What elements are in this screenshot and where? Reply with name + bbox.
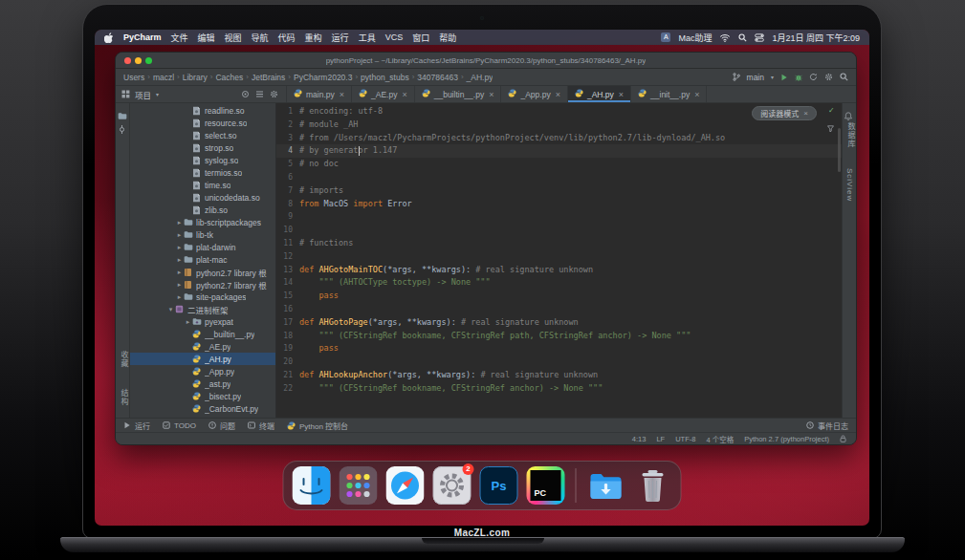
menu-item-8[interactable]: 工具	[359, 32, 376, 44]
dock-downloads-icon[interactable]	[587, 466, 625, 505]
code-line[interactable]: 9	[276, 210, 842, 224]
right-tool-tab-0[interactable]: 数据库	[845, 122, 856, 148]
breadcrumb-item-5[interactable]: PyCharm2020.3	[294, 73, 352, 82]
editor-tab-4[interactable]: _AH.py×	[568, 86, 631, 102]
code-line[interactable]: 20	[276, 355, 842, 369]
project-view-icon[interactable]	[121, 90, 130, 98]
chevron-closed-icon[interactable]: ▸	[175, 228, 184, 241]
branch-name[interactable]: main	[747, 73, 764, 82]
editor-tab-3[interactable]: _App.py×	[501, 86, 567, 102]
tree-item[interactable]: ▸plat-mac	[130, 253, 275, 266]
tool-window-button-3[interactable]: 终端	[248, 420, 274, 431]
chevron-closed-icon[interactable]: ▸	[175, 278, 184, 291]
breadcrumb-item-4[interactable]: JetBrains	[252, 73, 285, 82]
breadcrumb-item-3[interactable]: Caches	[215, 73, 243, 82]
tree-item[interactable]: ▾二进制框架	[130, 303, 275, 315]
run-button[interactable]	[780, 74, 788, 81]
menu-item-5[interactable]: 代码	[278, 32, 296, 44]
code-line[interactable]: 10	[276, 224, 842, 237]
menu-item-2[interactable]: 编辑	[198, 32, 215, 44]
close-button[interactable]	[124, 57, 131, 64]
menu-item-11[interactable]: 帮助	[439, 32, 456, 44]
tree-item[interactable]: readline.so	[130, 104, 275, 117]
chevron-down-icon[interactable]: ▾	[156, 91, 159, 97]
collapse-all-icon[interactable]	[255, 90, 264, 98]
left-tool-tab-1[interactable]: 收藏	[119, 351, 129, 368]
chevron-closed-icon[interactable]: ▸	[175, 253, 184, 266]
code-line[interactable]: 15 pass	[276, 290, 842, 303]
tab-close-icon[interactable]: ×	[340, 90, 344, 99]
tree-item[interactable]: ▸lib-tk	[130, 228, 275, 241]
dock-photoshop-icon[interactable]: Ps	[480, 466, 518, 505]
menu-item-9[interactable]: VCS	[385, 32, 404, 42]
dock-pycharm-icon[interactable]: PC	[527, 466, 565, 505]
window-title-bar[interactable]: pythonProject – ~/Library/Caches/JetBrai…	[116, 53, 856, 69]
tree-item[interactable]: time.so	[130, 179, 275, 191]
editor-tab-0[interactable]: main.py×	[287, 86, 352, 102]
breadcrumb-item-1[interactable]: maczl	[153, 73, 174, 82]
code-editor[interactable]: 1# encoding: utf-82# module _AH3# from /…	[276, 103, 842, 418]
code-line[interactable]: 6	[276, 171, 842, 184]
tab-close-icon[interactable]: ×	[694, 90, 699, 99]
breadcrumb-item-0[interactable]: Users	[123, 73, 144, 82]
chevron-closed-icon[interactable]: ▸	[184, 315, 192, 328]
rerun-icon[interactable]	[809, 73, 818, 81]
tool-window-button-0[interactable]: 运行	[123, 420, 150, 431]
chevron-open-icon[interactable]: ▾	[166, 303, 175, 315]
menu-item-0[interactable]: PyCharm	[123, 32, 162, 42]
tree-item[interactable]: ▸plat-darwin	[130, 241, 275, 253]
code-line[interactable]: 16	[276, 303, 842, 316]
indent-style[interactable]: 4 个空格	[706, 434, 734, 444]
caret-position[interactable]: 4:13	[632, 435, 647, 443]
menu-item-6[interactable]: 重构	[305, 32, 322, 44]
control-center-icon[interactable]	[755, 33, 764, 42]
tool-window-button-4[interactable]: Python 控制台	[287, 420, 348, 431]
tool-options-gear-icon[interactable]	[270, 90, 278, 98]
chevron-closed-icon[interactable]: ▸	[175, 241, 184, 253]
tree-item[interactable]: _App.py	[130, 365, 275, 377]
code-line[interactable]: 17def AHGotoPage(*args, **kwargs): # rea…	[276, 316, 842, 330]
code-line[interactable]: 8from MacOS import Error	[276, 198, 842, 211]
tree-item[interactable]: syslog.so	[130, 154, 275, 166]
code-line[interactable]: 11# functions	[276, 237, 842, 250]
debug-button[interactable]	[795, 74, 802, 81]
tree-item[interactable]: ▸python2.7 library 根	[130, 266, 275, 278]
tree-item[interactable]: unicodedata.so	[130, 191, 275, 204]
chevron-closed-icon[interactable]: ▸	[175, 291, 184, 303]
chevron-closed-icon[interactable]: ▸	[175, 266, 184, 278]
dock-safari-icon[interactable]	[386, 466, 425, 505]
editor-scrollbar[interactable]	[838, 128, 841, 172]
notifications-icon[interactable]	[844, 107, 854, 117]
tree-item[interactable]: __builtin__.py	[130, 328, 275, 340]
tree-item[interactable]: _ast.py	[130, 377, 275, 390]
apple-menu-icon[interactable]	[104, 32, 114, 43]
code-line[interactable]: 7# imports	[276, 184, 842, 198]
zoom-button[interactable]	[145, 57, 152, 64]
tree-item[interactable]: ▸site-packages	[130, 291, 275, 303]
tree-item[interactable]: zlib.so	[130, 204, 275, 216]
dock-trash-icon[interactable]	[634, 466, 672, 505]
right-tool-tab-1[interactable]: SciView	[845, 168, 854, 202]
event-log-button[interactable]: 事件日志	[806, 420, 848, 431]
dock-launchpad-icon[interactable]	[340, 466, 378, 505]
left-tool-tab-0[interactable]: 结构	[119, 389, 129, 406]
tool-window-button-2[interactable]: 问题	[208, 420, 235, 431]
dock-finder-icon[interactable]	[293, 466, 331, 505]
search-everywhere-icon[interactable]	[840, 73, 848, 81]
locate-file-icon[interactable]	[241, 90, 250, 98]
code-line[interactable]: 18 """ (CFStringRef bookname, CFStringRe…	[276, 330, 842, 343]
menu-item-10[interactable]: 窗口	[412, 32, 429, 44]
menu-item-7[interactable]: 运行	[332, 32, 349, 44]
tree-item[interactable]: resource.so	[130, 117, 275, 129]
breadcrumb-item-8[interactable]: _AH.py	[467, 73, 493, 82]
code-line[interactable]: 19 pass	[276, 342, 842, 355]
wifi-icon[interactable]	[719, 33, 731, 42]
code-line[interactable]: 12	[276, 250, 842, 264]
input-method-badge[interactable]: A	[661, 32, 670, 42]
editor-tab-2[interactable]: __builtin__.py×	[415, 86, 502, 102]
breadcrumb-item-7[interactable]: 340786463	[417, 73, 458, 82]
tab-close-icon[interactable]: ×	[556, 90, 560, 99]
tree-item[interactable]: ▸python2.7 library 根	[130, 278, 275, 291]
code-line[interactable]: 4# by generator 1.147	[276, 144, 842, 158]
minimize-button[interactable]	[135, 57, 142, 64]
